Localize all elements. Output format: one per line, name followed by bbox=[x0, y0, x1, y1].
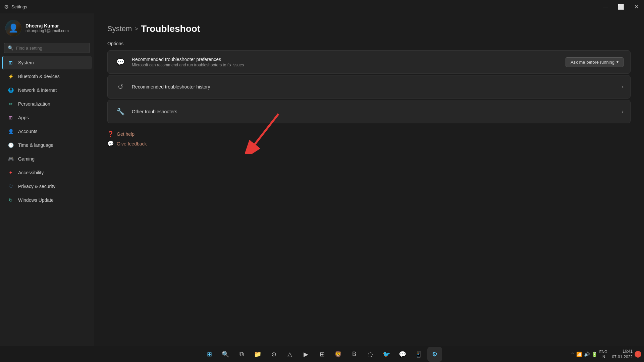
breadcrumb-arrow: > bbox=[135, 25, 138, 33]
sidebar-item-system[interactable]: ⊞ System bbox=[2, 56, 92, 69]
user-name: Dheeraj Kumar bbox=[25, 23, 69, 28]
option-right-other_troubleshooters: › bbox=[622, 109, 624, 115]
sidebar-item-personalization[interactable]: ✏ Personalization bbox=[2, 97, 92, 111]
taskbar-app-search[interactable]: 🔍 bbox=[218, 347, 233, 362]
avatar bbox=[5, 20, 21, 36]
nav-icon-accessibility: ✦ bbox=[7, 169, 14, 176]
taskbar-app-google-drive[interactable]: △ bbox=[282, 347, 297, 362]
nav-icon-bluetooth: ⚡ bbox=[7, 73, 14, 80]
option-card-recommended_prefs[interactable]: 💬 Recommended troubleshooter preferences… bbox=[107, 50, 631, 74]
nav-label-bluetooth: Bluetooth & devices bbox=[18, 74, 60, 79]
battery-tray-icon[interactable]: 🔋 bbox=[592, 352, 597, 357]
taskbar-app-chrome[interactable]: ⊙ bbox=[266, 347, 281, 362]
option-right-recommended_history: › bbox=[622, 84, 624, 90]
taskbar-center: ⊞🔍⧉📁⊙△▶⊞🦁B◌🐦💬📱⚙ bbox=[202, 347, 442, 362]
sidebar-item-gaming[interactable]: 🎮 Gaming bbox=[2, 152, 92, 166]
system-clock[interactable]: 16:41 07-01-2022 bbox=[612, 349, 633, 360]
option-icon-recommended_prefs: 💬 bbox=[114, 56, 126, 68]
nav-label-windows_update: Windows Update bbox=[18, 197, 54, 203]
search-input[interactable] bbox=[16, 46, 86, 51]
language-indicator[interactable]: ENGIN bbox=[599, 349, 607, 359]
app-container: Dheeraj Kumar nikunpubg1@gmail.com 🔍 ⊞ S… bbox=[0, 13, 644, 346]
notification-button[interactable]: 1 bbox=[635, 351, 641, 358]
dropdown-recommended_prefs[interactable]: Ask me before running ▾ bbox=[566, 57, 624, 67]
nav-label-personalization: Personalization bbox=[18, 101, 50, 107]
taskbar-app-whatsapp[interactable]: 📱 bbox=[411, 347, 426, 362]
maximize-button[interactable]: ⬜ bbox=[613, 0, 629, 13]
taskbar-app-messenger[interactable]: 💬 bbox=[395, 347, 410, 362]
main-content: System > Troubleshoot Options 💬 Recommen… bbox=[94, 13, 644, 346]
option-icon-recommended_history: ↺ bbox=[114, 81, 126, 93]
breadcrumb-current: Troubleshoot bbox=[141, 23, 200, 34]
clock-date: 07-01-2022 bbox=[612, 354, 633, 360]
nav-icon-personalization: ✏ bbox=[7, 101, 14, 107]
sidebar-item-time[interactable]: 🕐 Time & language bbox=[2, 138, 92, 152]
search-box[interactable]: 🔍 bbox=[4, 43, 90, 53]
user-profile[interactable]: Dheeraj Kumar nikunpubg1@gmail.com bbox=[0, 16, 94, 42]
nav-list: ⊞ System ⚡ Bluetooth & devices 🌐 Network… bbox=[0, 56, 94, 207]
chevron-icon-recommended_history: › bbox=[622, 84, 624, 90]
taskbar-app-twitter[interactable]: 🐦 bbox=[379, 347, 394, 362]
close-button[interactable]: ✕ bbox=[629, 0, 644, 13]
taskbar-app-file-explorer[interactable]: 📁 bbox=[250, 347, 265, 362]
tray-expand-icon[interactable]: ⌃ bbox=[571, 352, 574, 357]
title-bar: ⚙ Settings — ⬜ ✕ bbox=[0, 0, 644, 13]
option-text-recommended_prefs: Recommended troubleshooter preferences M… bbox=[132, 57, 566, 67]
nav-icon-gaming: 🎮 bbox=[7, 156, 14, 162]
network-tray-icon[interactable]: 📶 bbox=[576, 352, 582, 357]
sidebar-item-apps[interactable]: ⊞ Apps bbox=[2, 111, 92, 124]
sidebar-item-windows_update[interactable]: ↻ Windows Update bbox=[2, 193, 92, 207]
option-text-recommended_history: Recommended troubleshooter history bbox=[132, 84, 622, 89]
user-email: nikunpubg1@gmail.com bbox=[25, 28, 69, 33]
title-bar-title: Settings bbox=[11, 4, 27, 9]
nav-label-gaming: Gaming bbox=[18, 156, 35, 162]
help-link-get_help[interactable]: ❓ Get help bbox=[107, 130, 631, 138]
nav-label-system: System bbox=[18, 60, 34, 65]
nav-icon-windows_update: ↻ bbox=[7, 197, 14, 203]
help-label-give_feedback: Give feedback bbox=[117, 141, 147, 146]
help-label-get_help: Get help bbox=[117, 131, 135, 137]
option-card-other_troubleshooters[interactable]: 🔧 Other troubleshooters › bbox=[107, 100, 631, 123]
option-title-recommended_history: Recommended troubleshooter history bbox=[132, 84, 622, 89]
sidebar-item-network[interactable]: 🌐 Network & internet bbox=[2, 83, 92, 97]
help-icon-give_feedback: 💬 bbox=[107, 140, 114, 147]
nav-label-accounts: Accounts bbox=[18, 129, 38, 134]
title-bar-controls: — ⬜ ✕ bbox=[598, 0, 644, 13]
taskbar-app-edge[interactable]: ◌ bbox=[363, 347, 378, 362]
taskbar-app-youtube[interactable]: ▶ bbox=[299, 347, 313, 362]
help-link-give_feedback[interactable]: 💬 Give feedback bbox=[107, 140, 631, 147]
sidebar-item-accessibility[interactable]: ✦ Accessibility bbox=[2, 166, 92, 179]
taskbar-app-start[interactable]: ⊞ bbox=[202, 347, 217, 362]
option-right-recommended_prefs: Ask me before running ▾ bbox=[566, 57, 624, 67]
nav-icon-time: 🕐 bbox=[7, 142, 14, 148]
sidebar-item-bluetooth[interactable]: ⚡ Bluetooth & devices bbox=[2, 70, 92, 83]
taskbar-app-brave[interactable]: 🦁 bbox=[331, 347, 345, 362]
nav-icon-network: 🌐 bbox=[7, 87, 14, 94]
option-card-recommended_history[interactable]: ↺ Recommended troubleshooter history › bbox=[107, 75, 631, 99]
sidebar: Dheeraj Kumar nikunpubg1@gmail.com 🔍 ⊞ S… bbox=[0, 13, 94, 346]
option-text-other_troubleshooters: Other troubleshooters bbox=[132, 109, 622, 114]
nav-icon-apps: ⊞ bbox=[7, 114, 14, 121]
sidebar-item-privacy[interactable]: 🛡 Privacy & security bbox=[2, 180, 92, 193]
user-info: Dheeraj Kumar nikunpubg1@gmail.com bbox=[25, 23, 69, 33]
nav-label-network: Network & internet bbox=[18, 87, 57, 93]
taskbar-app-spreadsheet[interactable]: ⊞ bbox=[315, 347, 329, 362]
minimize-button[interactable]: — bbox=[598, 0, 613, 13]
options-list: 💬 Recommended troubleshooter preferences… bbox=[107, 50, 631, 123]
section-title: Options bbox=[107, 41, 631, 46]
taskbar: ⊞🔍⧉📁⊙△▶⊞🦁B◌🐦💬📱⚙ ⌃ 📶 🔊 🔋 ENGIN 16:41 07-0… bbox=[0, 346, 644, 362]
search-icon: 🔍 bbox=[8, 45, 13, 51]
option-title-other_troubleshooters: Other troubleshooters bbox=[132, 109, 622, 114]
option-icon-other_troubleshooters: 🔧 bbox=[114, 106, 126, 118]
nav-label-accessibility: Accessibility bbox=[18, 170, 44, 175]
breadcrumb-parent[interactable]: System bbox=[107, 24, 132, 33]
taskbar-app-settings-active[interactable]: ⚙ bbox=[427, 347, 442, 362]
help-icon-get_help: ❓ bbox=[107, 131, 114, 137]
sidebar-item-accounts[interactable]: 👤 Accounts bbox=[2, 125, 92, 138]
breadcrumb: System > Troubleshoot bbox=[107, 23, 631, 34]
nav-icon-accounts: 👤 bbox=[7, 128, 14, 135]
nav-icon-privacy: 🛡 bbox=[7, 183, 14, 190]
sound-tray-icon[interactable]: 🔊 bbox=[584, 352, 590, 357]
taskbar-app-task-view[interactable]: ⧉ bbox=[234, 347, 249, 362]
taskbar-app-bit[interactable]: B bbox=[347, 347, 362, 362]
